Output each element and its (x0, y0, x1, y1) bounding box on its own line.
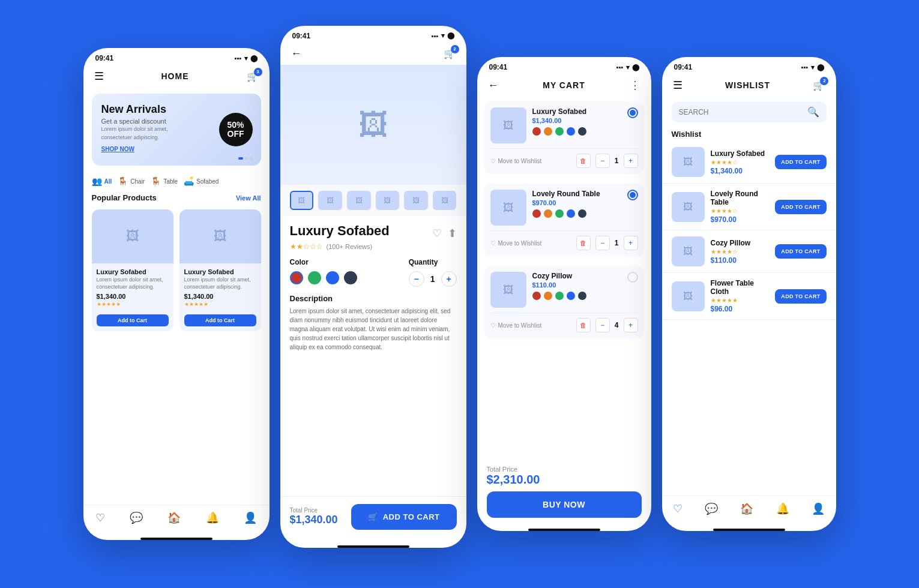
product-add-btn-1[interactable]: Add to Cart (97, 314, 169, 326)
product-card-2[interactable]: 🖼 Luxury Sofabed Lorem ipsum dolor sit a… (179, 209, 261, 331)
home-indicator-2 (337, 545, 409, 548)
delete-btn-1[interactable]: 🗑 (576, 154, 591, 168)
menu-icon-4[interactable]: ☰ (673, 79, 682, 92)
qty-controls-2: 🗑 − 1 + (576, 236, 638, 250)
swatch-blue[interactable] (326, 271, 339, 284)
thumb-6[interactable]: 🖼 (433, 191, 457, 210)
back-icon[interactable]: ← (291, 47, 302, 60)
popular-header: Popular Products View All (83, 191, 270, 205)
color-label: Color (290, 258, 357, 266)
cs-1 (532, 127, 541, 136)
wishlist-link-1[interactable]: ♡ Move to Wishlist (490, 158, 542, 164)
back-icon-cart[interactable]: ← (488, 79, 499, 92)
dot-1[interactable] (246, 157, 248, 160)
swatch-green[interactable] (308, 271, 321, 284)
home-indicator-4 (713, 529, 785, 531)
nav-notifications-4[interactable]: 🔔 (776, 502, 789, 515)
color-qty-row: Color Quantity − 1 + (290, 258, 457, 287)
detail-content: Luxury Sofabed ♡ ⬆ ★★☆☆☆ (100+ Reviews) … (280, 216, 466, 496)
cart-item-1-bottom: ♡ Move to Wishlist 🗑 − 1 + (490, 148, 638, 168)
product-price-1: $1,340.00 (97, 293, 169, 300)
time-4: 09:41 (674, 63, 693, 71)
nav-profile-4[interactable]: 👤 (812, 502, 825, 515)
cat-sofabed[interactable]: 🛋️ Sofabed (184, 176, 218, 186)
nav-chat-4[interactable]: 💬 (705, 502, 718, 515)
product-hero-image: 🖼 (280, 65, 466, 185)
plus-btn-1[interactable]: + (624, 154, 638, 168)
cart-item-2-top: 🖼 Lovely Round Table $970.00 (490, 190, 638, 226)
total-price: $2,310.00 (487, 473, 540, 487)
cart-badge-2[interactable]: 🛒 2 (444, 48, 456, 59)
delete-btn-3[interactable]: 🗑 (576, 318, 591, 332)
nav-wishlist-4[interactable]: ♡ (673, 502, 682, 515)
wishlist-name-2: Lovely Round Table (711, 190, 770, 206)
wishlist-add-btn-2[interactable]: ADD TO CART (775, 200, 826, 214)
cat-table[interactable]: 🪑 Table (151, 176, 178, 186)
desc-text: Lorem ipsum dolor sit amet, consectetuer… (290, 307, 457, 352)
nav-chat[interactable]: 💬 (130, 511, 143, 524)
nav-home[interactable]: 🏠 (167, 511, 181, 524)
dot-2[interactable] (250, 157, 253, 160)
shop-now-link[interactable]: SHOP NOW (101, 146, 134, 152)
more-options-icon[interactable]: ⋮ (630, 79, 640, 92)
cart-select-3[interactable] (627, 272, 638, 283)
cart-badge-4[interactable]: 🛒 2 (813, 80, 825, 91)
share-icon[interactable]: ⬆ (448, 227, 457, 240)
hero-discount-badge: 50% OFF (219, 113, 253, 146)
cs-2 (544, 127, 552, 136)
minus-btn-3[interactable]: − (595, 318, 610, 332)
wishlist-section-title: Wishlist (662, 127, 836, 141)
nav-profile[interactable]: 👤 (244, 511, 257, 524)
cart-total-bar: Total Price $2,310.00 BUY NOW (477, 458, 651, 525)
plus-btn-2[interactable]: + (624, 236, 638, 250)
qty-minus[interactable]: − (409, 271, 424, 287)
wishlist-add-btn-4[interactable]: ADD TO CART (775, 289, 826, 304)
nav-home-4[interactable]: 🏠 (740, 502, 753, 515)
thumb-5[interactable]: 🖼 (404, 191, 428, 210)
nav-notifications[interactable]: 🔔 (206, 511, 219, 524)
cart-radio-inner-1 (630, 110, 636, 116)
thumb-4[interactable]: 🖼 (376, 191, 400, 210)
cart-badge-1[interactable]: 🛒 3 (247, 71, 259, 82)
view-all-link[interactable]: View All (236, 194, 261, 202)
wishlist-icon[interactable]: ♡ (432, 227, 442, 240)
thumb-1[interactable]: 🖼 (290, 191, 314, 210)
product-add-btn-2[interactable]: Add to Cart (184, 314, 256, 326)
cart-price-1: $1,340.00 (532, 117, 621, 124)
wishlist-add-btn-1[interactable]: ADD TO CART (775, 155, 826, 169)
home-indicator-3 (528, 529, 600, 531)
hero-banner: New Arrivals Get a special discount Lore… (92, 94, 261, 166)
menu-icon[interactable]: ☰ (94, 70, 104, 83)
dot-active[interactable] (238, 157, 243, 160)
swatch-dark[interactable] (344, 271, 357, 284)
cart-count-1: 3 (254, 68, 262, 76)
price-label: Total Price (290, 507, 338, 514)
detail-header: Luxury Sofabed ♡ ⬆ (290, 223, 457, 240)
cart-info-2: Lovely Round Table $970.00 (532, 190, 621, 218)
add-to-cart-button[interactable]: 🛒 ADD TO CART (351, 504, 456, 530)
search-icon[interactable]: 🔍 (807, 106, 819, 118)
wishlist-link-2[interactable]: ♡ Move to Wishlist (490, 240, 542, 247)
thumb-2[interactable]: 🖼 (318, 191, 342, 210)
plus-btn-3[interactable]: + (624, 318, 638, 332)
qty-plus[interactable]: + (441, 271, 457, 287)
minus-btn-1[interactable]: − (595, 154, 610, 168)
search-input[interactable] (679, 108, 803, 116)
cat-all[interactable]: 👥 All (92, 176, 112, 186)
qty-controls-1: 🗑 − 1 + (576, 154, 638, 168)
nav-wishlist[interactable]: ♡ (95, 511, 105, 524)
thumbnail-row: 🖼 🖼 🖼 🖼 🖼 🖼 (280, 185, 466, 216)
minus-btn-2[interactable]: − (595, 236, 610, 250)
thumb-3[interactable]: 🖼 (347, 191, 371, 210)
swatch-red[interactable] (290, 271, 303, 284)
delete-btn-2[interactable]: 🗑 (576, 236, 591, 250)
buy-now-button[interactable]: BUY NOW (487, 491, 642, 518)
search-bar[interactable]: 🔍 (672, 101, 827, 122)
cart-select-2[interactable] (627, 190, 638, 200)
heart-icon-2: ♡ (490, 240, 496, 247)
wishlist-add-btn-3[interactable]: ADD TO CART (775, 244, 826, 259)
cat-chair[interactable]: 🪑 Chair (118, 176, 145, 186)
product-card-1[interactable]: 🖼 Luxury Sofabed Lorem ipsum dolor sit a… (92, 209, 173, 331)
wishlist-link-3[interactable]: ♡ Move to Wishlist (490, 322, 542, 329)
cart-select-1[interactable] (627, 107, 638, 118)
